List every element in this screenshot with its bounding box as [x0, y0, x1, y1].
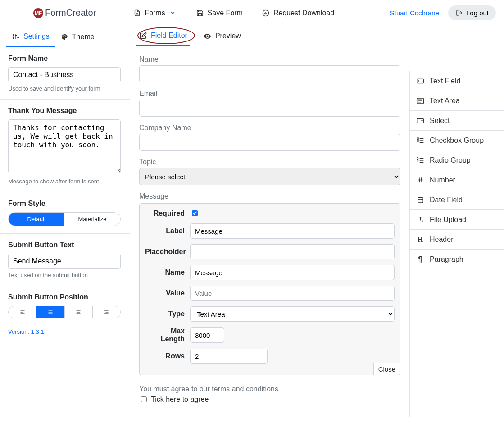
checkbox-icon: [416, 137, 424, 144]
form-style-toggle[interactable]: Default Materialize: [8, 212, 121, 226]
ed-value-input[interactable]: [190, 286, 395, 301]
field-name-input[interactable]: [139, 65, 400, 82]
download-icon: [262, 9, 270, 17]
palette-label: File Upload: [430, 216, 466, 224]
svg-line-45: [419, 177, 420, 182]
palette-number[interactable]: Number: [410, 170, 504, 190]
palette-checkbox-group[interactable]: Checkbox Group: [410, 131, 504, 150]
palette-text-area[interactable]: Text Area: [410, 91, 504, 111]
submit-text-label: Submit Button Text: [8, 241, 122, 249]
palette-label: Number: [430, 176, 455, 184]
thank-you-textarea[interactable]: Thanks for contacting us, We will get ba…: [8, 119, 121, 173]
agree-checkbox-row[interactable]: Tick here to agree: [139, 395, 400, 404]
svg-rect-35: [417, 140, 418, 141]
palette-header[interactable]: H Header: [410, 230, 504, 250]
text-field-icon: [416, 78, 424, 84]
align-center-button[interactable]: [65, 306, 93, 318]
brand-name: FormCreator: [45, 8, 96, 18]
sliders-icon: [12, 33, 20, 40]
style-default[interactable]: Default: [9, 213, 64, 226]
align-justify-button[interactable]: [36, 306, 64, 318]
logo-badge: MF: [33, 8, 43, 18]
thank-you-help: Message to show after form is sent: [8, 178, 122, 185]
field-company-label: Company Name: [139, 124, 400, 132]
align-right-button[interactable]: [93, 306, 120, 318]
align-left-button[interactable]: [9, 306, 36, 318]
save-form-button[interactable]: Save Form: [196, 9, 243, 17]
forms-label: Forms: [145, 9, 165, 17]
submit-text-help: Text used on the submit button: [8, 272, 122, 278]
file-icon: [133, 9, 141, 17]
hash-icon: [416, 177, 424, 183]
field-company-input[interactable]: [139, 134, 400, 151]
palette-label: Select: [430, 117, 450, 125]
heading-icon: H: [416, 236, 424, 244]
svg-rect-26: [417, 79, 424, 83]
tab-preview[interactable]: Preview: [201, 26, 244, 46]
ed-type-label: Type: [145, 310, 190, 318]
forms-menu[interactable]: Forms: [133, 9, 177, 17]
save-icon: [196, 9, 204, 17]
submit-text-input[interactable]: [8, 254, 121, 269]
field-topic-label: Topic: [139, 158, 400, 166]
form-name-input[interactable]: [8, 67, 121, 82]
eye-icon: [204, 32, 212, 40]
field-email-input[interactable]: [139, 100, 400, 117]
style-materialize[interactable]: Materialize: [64, 213, 120, 226]
save-label: Save Form: [208, 9, 243, 17]
field-topic-select[interactable]: Please select: [139, 168, 400, 185]
form-name-help: Used to save and identify your form: [8, 85, 122, 92]
ed-rows-input[interactable]: [190, 349, 268, 364]
app-logo: MF FormCreator: [33, 8, 96, 18]
palette-label: Checkbox Group: [430, 136, 484, 145]
settings-label: Settings: [23, 32, 50, 41]
ed-type-select[interactable]: Text Area: [190, 306, 395, 322]
submit-pos-label: Submit Button Position: [8, 293, 122, 301]
ed-rows-label: Rows: [145, 352, 190, 360]
chevron-down-icon: [169, 10, 177, 16]
tab-field-editor[interactable]: Field Editor: [136, 26, 190, 46]
palette-label: Paragraph: [430, 255, 463, 263]
ed-name-input[interactable]: [190, 265, 395, 280]
palette-select[interactable]: Select: [410, 111, 504, 131]
tab-settings[interactable]: Settings: [6, 26, 55, 47]
text-area-icon: [416, 98, 424, 104]
palette-label: Text Field: [430, 77, 460, 85]
field-editor-label: Field Editor: [151, 32, 187, 40]
ed-label-input[interactable]: [190, 223, 395, 239]
user-link[interactable]: Stuart Cochrane: [390, 9, 439, 17]
agree-tick-label: Tick here to agree: [151, 395, 209, 404]
ed-required-label: Required: [145, 209, 190, 218]
logout-icon: [455, 9, 463, 16]
version-text: Version: 1.3.1: [0, 326, 130, 338]
submit-pos-group[interactable]: [8, 306, 121, 318]
radio-icon: [416, 157, 424, 163]
select-icon: [416, 118, 424, 123]
palette-radio-group[interactable]: Radio Group: [410, 150, 504, 170]
palette-date-field[interactable]: Date Field: [410, 190, 504, 210]
ed-label-label: Label: [145, 227, 190, 235]
field-name-label: Name: [139, 55, 400, 64]
request-download-button[interactable]: Request Download: [262, 9, 334, 17]
field-editor-panel: Required Label Placeholder Name: [139, 203, 400, 375]
paragraph-icon: ¶: [416, 255, 424, 263]
form-style-label: Form Style: [8, 200, 122, 208]
palette-file-upload[interactable]: File Upload: [410, 210, 504, 230]
agree-checkbox[interactable]: [141, 396, 147, 402]
ed-placeholder-input[interactable]: [190, 244, 395, 259]
ed-required-checkbox[interactable]: [192, 210, 198, 216]
logout-button[interactable]: Log out: [448, 5, 496, 20]
preview-label: Preview: [215, 32, 241, 40]
palette-paragraph[interactable]: ¶ Paragraph: [410, 250, 504, 269]
agree-terms-label: You must agree to our terms and conditio…: [139, 385, 400, 393]
svg-point-38: [417, 157, 418, 159]
calendar-icon: [416, 196, 424, 203]
editor-close-button[interactable]: Close: [373, 363, 400, 375]
field-email-label: Email: [139, 90, 400, 98]
svg-line-46: [421, 177, 421, 182]
palette-text-field[interactable]: Text Field: [410, 71, 504, 91]
palette-label: Header: [430, 236, 453, 244]
tab-theme[interactable]: Theme: [55, 26, 100, 47]
logout-label: Log out: [466, 9, 489, 17]
ed-maxlen-input[interactable]: [190, 327, 224, 343]
